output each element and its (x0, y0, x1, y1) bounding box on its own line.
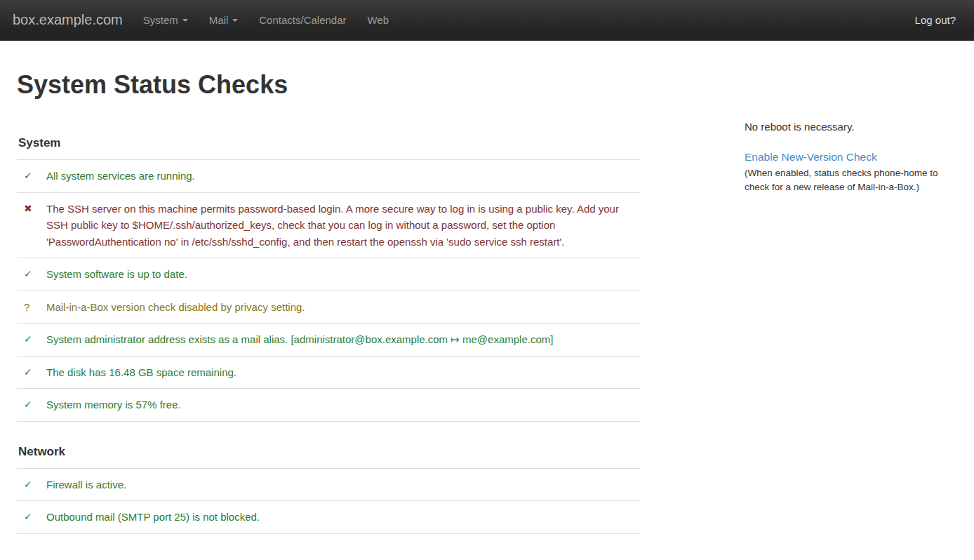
chevron-down-icon (182, 19, 188, 22)
section-heading-row: Network (17, 421, 640, 468)
nav-item-mail[interactable]: Mail (199, 0, 249, 40)
question-icon: ? (24, 301, 29, 313)
enable-version-check-link[interactable]: Enable New-Version Check (745, 151, 877, 164)
navbar: box.example.com System Mail Contacts/Cal… (0, 0, 974, 41)
check-icon: ✓ (24, 333, 32, 345)
navbar-brand[interactable]: box.example.com (13, 12, 123, 28)
status-check-text: All system services are running. (46, 160, 640, 193)
status-check-text: The disk has 16.48 GB space remaining. (46, 356, 640, 389)
section-heading: Network (17, 421, 640, 468)
nav-item-label: Contacts/Calendar (259, 14, 346, 26)
reboot-status: No reboot is necessary. (745, 121, 956, 133)
status-check-text: Firewall is active. (46, 468, 640, 501)
section-heading: System (17, 119, 640, 160)
status-check-row: ✖ The SSH server on this machine permits… (17, 192, 640, 258)
status-checks-panel: System ✓ All system services are running… (17, 119, 640, 534)
main-content: System Status Checks System ✓ All system… (0, 70, 974, 534)
cross-icon: ✖ (24, 203, 32, 214)
status-check-text: System memory is 57% free. (46, 389, 640, 422)
status-check-row: ✓ Outbound mail (SMTP port 25) is not bl… (17, 501, 640, 534)
status-check-text: System administrator address exists as a… (46, 324, 640, 356)
nav-item-label: Mail (209, 14, 229, 26)
sidebar: No reboot is necessary. Enable New-Versi… (745, 119, 956, 194)
status-checks-table: System ✓ All system services are running… (17, 119, 640, 534)
status-check-text: Mail-in-a-Box version check disabled by … (46, 291, 640, 324)
nav-item-label: System (143, 14, 178, 26)
check-icon: ✓ (24, 366, 32, 378)
status-check-text: The SSH server on this machine permits p… (46, 192, 640, 258)
status-check-row: ✓ Firewall is active. (17, 468, 640, 501)
page-title: System Status Checks (17, 70, 957, 100)
check-icon: ✓ (24, 399, 32, 410)
nav-item-web[interactable]: Web (357, 0, 400, 40)
status-check-row: ✓ The disk has 16.48 GB space remaining. (17, 356, 640, 389)
status-check-row: ? Mail-in-a-Box version check disabled b… (17, 291, 640, 324)
nav-item-system[interactable]: System (133, 0, 199, 40)
status-check-row: ✓ System software is up to date. (17, 258, 640, 291)
check-icon: ✓ (24, 511, 32, 522)
check-icon: ✓ (24, 170, 32, 181)
status-check-row: ✓ System administrator address exists as… (17, 324, 640, 356)
chevron-down-icon (232, 19, 238, 22)
status-check-text: Outbound mail (SMTP port 25) is not bloc… (46, 501, 640, 534)
nav-item-contacts-calendar[interactable]: Contacts/Calendar (248, 0, 356, 40)
logout-link[interactable]: Log out? (915, 14, 956, 26)
navbar-menu: System Mail Contacts/Calendar Web (133, 0, 399, 40)
version-check-note: (When enabled, status checks phone-home … (745, 166, 956, 194)
check-icon: ✓ (24, 479, 32, 490)
section-heading-row: System (17, 119, 640, 160)
check-icon: ✓ (24, 268, 32, 279)
nav-item-label: Web (368, 14, 389, 26)
status-check-row: ✓ System memory is 57% free. (17, 389, 640, 422)
status-check-row: ✓ All system services are running. (17, 160, 640, 193)
status-check-text: System software is up to date. (46, 258, 640, 291)
